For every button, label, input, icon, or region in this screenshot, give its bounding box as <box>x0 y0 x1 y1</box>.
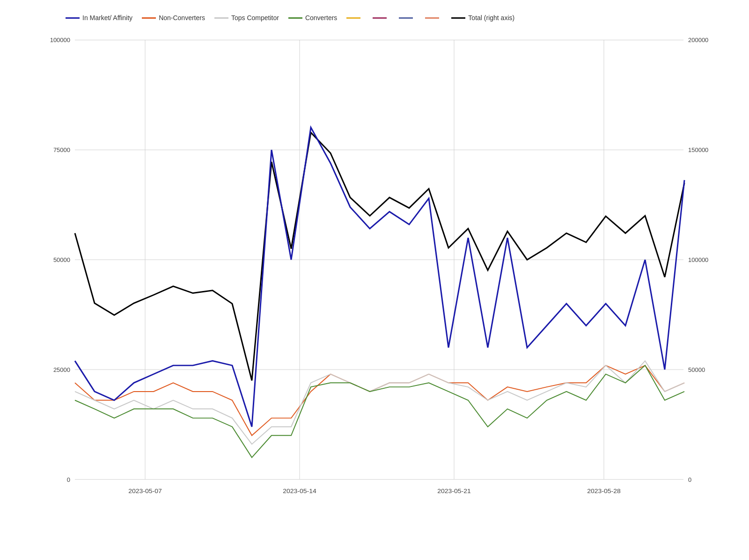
y-left-label-50k: 50000 <box>53 256 70 263</box>
chart-container: In Market/ Affinity Non-Converters Tops … <box>0 0 749 560</box>
legend-label-nonconverters: Non-Converters <box>159 14 205 22</box>
legend-item-empty3 <box>399 17 416 19</box>
legend-line-empty2 <box>373 17 387 19</box>
line-nonconverters <box>75 365 684 436</box>
chart-legend: In Market/ Affinity Non-Converters Tops … <box>37 9 721 31</box>
x-label-2: 2023-05-14 <box>283 487 316 495</box>
y-left-label-0: 0 <box>67 476 70 483</box>
legend-line-empty1 <box>346 17 360 19</box>
legend-line-converters <box>288 17 302 19</box>
x-label-1: 2023-05-07 <box>128 487 162 495</box>
y-right-label-150k: 150000 <box>688 146 708 153</box>
chart-svg: 0 25000 50000 75000 100000 0 50000 10000… <box>37 31 721 516</box>
y-right-label-0: 0 <box>688 476 691 483</box>
chart-area: 0 25000 50000 75000 100000 0 50000 10000… <box>37 31 721 516</box>
x-label-4: 2023-05-28 <box>587 487 621 495</box>
legend-label-inmarket: In Market/ Affinity <box>82 14 132 22</box>
legend-item-empty1 <box>346 17 363 19</box>
legend-line-total <box>451 17 465 19</box>
line-total <box>75 132 684 380</box>
legend-item-inmarket: In Market/ Affinity <box>66 14 132 22</box>
y-left-label-75k: 75000 <box>53 146 70 153</box>
y-left-label-100k: 100000 <box>50 37 70 44</box>
x-label-3: 2023-05-21 <box>437 487 471 495</box>
legend-line-empty3 <box>399 17 413 19</box>
legend-label-total: Total (right axis) <box>468 14 514 22</box>
y-right-label-50k: 50000 <box>688 366 705 373</box>
legend-item-topscompetitor: Tops Competitor <box>214 14 279 22</box>
line-topscompetitor <box>75 361 684 444</box>
line-inmarket <box>75 127 684 427</box>
legend-line-empty4 <box>425 17 439 19</box>
legend-label-converters: Converters <box>305 14 337 22</box>
legend-item-empty2 <box>373 17 389 19</box>
legend-item-empty4 <box>425 17 442 19</box>
legend-item-total: Total (right axis) <box>451 14 514 22</box>
y-right-label-100k: 100000 <box>688 256 708 263</box>
legend-line-inmarket <box>66 17 80 19</box>
legend-label-topscompetitor: Tops Competitor <box>231 14 279 22</box>
y-right-label-200k: 200000 <box>688 37 708 44</box>
legend-line-nonconverters <box>142 17 156 19</box>
y-left-label-25k: 25000 <box>53 366 70 373</box>
legend-item-converters: Converters <box>288 14 337 22</box>
legend-item-nonconverters: Non-Converters <box>142 14 205 22</box>
legend-line-topscompetitor <box>214 17 228 19</box>
